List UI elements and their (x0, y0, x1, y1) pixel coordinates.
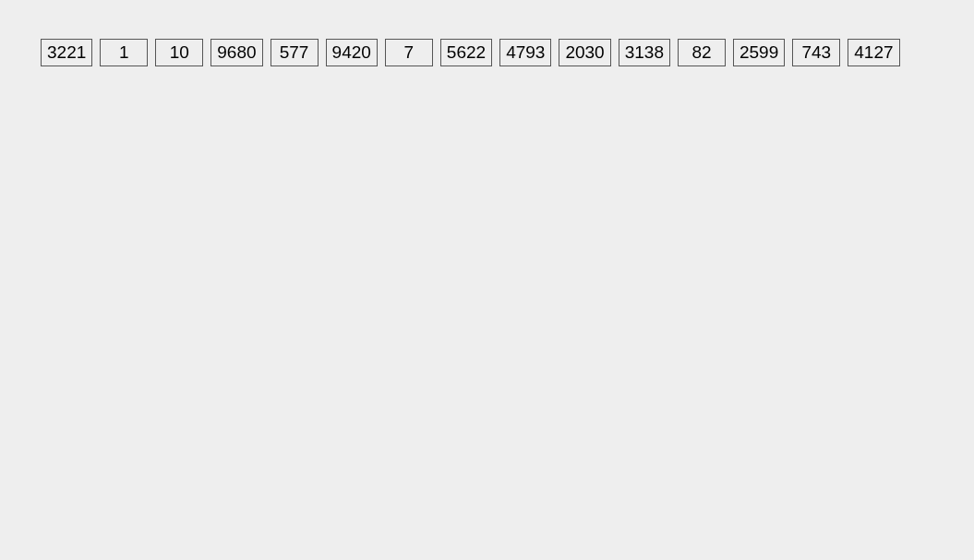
number-box: 10 (155, 39, 203, 66)
number-box: 743 (792, 39, 840, 66)
number-box: 2599 (733, 39, 785, 66)
number-box: 577 (271, 39, 319, 66)
number-box: 4793 (499, 39, 551, 66)
number-box: 82 (678, 39, 726, 66)
number-box: 9420 (326, 39, 378, 66)
number-box: 2030 (559, 39, 610, 66)
number-box: 3221 (41, 39, 92, 66)
number-box: 4127 (848, 39, 899, 66)
number-box: 3138 (619, 39, 670, 66)
number-box: 5622 (440, 39, 492, 66)
number-box: 1 (100, 39, 148, 66)
number-box: 7 (385, 39, 433, 66)
number-box: 9680 (210, 39, 262, 66)
number-list: 3221 1 10 9680 577 9420 7 5622 4793 2030… (0, 0, 974, 66)
